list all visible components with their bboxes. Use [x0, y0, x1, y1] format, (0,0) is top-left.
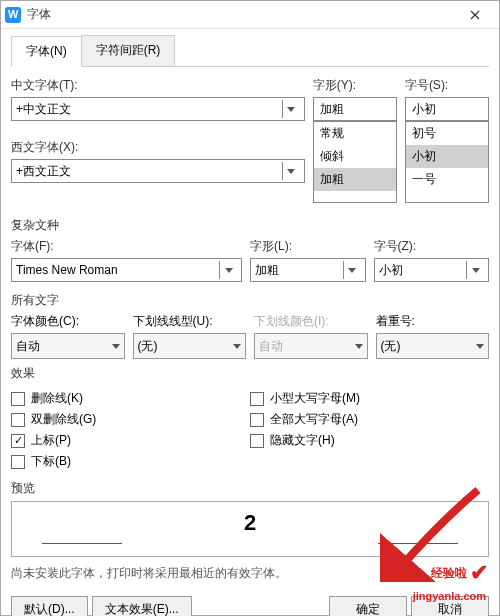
complex-font-value: Times New Roman — [16, 263, 118, 277]
font-color-label: 字体颜色(C): — [11, 313, 125, 330]
western-font-label: 西文字体(X): — [11, 139, 305, 156]
underline-select[interactable]: (无) — [133, 333, 247, 359]
size-listbox[interactable]: 初号 小初 一号 — [405, 121, 489, 203]
effects-heading: 效果 — [11, 365, 489, 382]
emphasis-label: 着重号: — [376, 313, 490, 330]
check-icon: ✔ — [470, 560, 488, 586]
size-input[interactable]: 小初 — [405, 97, 489, 121]
chevron-down-icon — [282, 100, 300, 118]
tab-bar: 字体(N) 字符间距(R) — [11, 35, 489, 67]
list-item[interactable]: 倾斜 — [314, 145, 396, 168]
complex-size-select[interactable]: 小初 — [374, 258, 490, 282]
preview-text: 2 — [244, 510, 256, 536]
list-item[interactable]: 常规 — [314, 122, 396, 145]
complex-font-select[interactable]: Times New Roman — [11, 258, 242, 282]
chinese-font-select[interactable]: +中文正文 — [11, 97, 305, 121]
style-input[interactable]: 加粗 — [313, 97, 397, 121]
double-strike-checkbox[interactable]: 双删除线(G) — [11, 411, 250, 428]
window-title: 字体 — [27, 6, 455, 23]
list-item[interactable]: 初号 — [406, 122, 488, 145]
list-item[interactable]: 一号 — [406, 168, 488, 191]
chevron-down-icon — [282, 162, 300, 180]
chevron-down-icon — [233, 344, 241, 349]
chevron-down-icon — [476, 344, 484, 349]
complex-style-select[interactable]: 加粗 — [250, 258, 366, 282]
list-item[interactable]: 加粗 — [314, 168, 396, 191]
chevron-down-icon — [355, 344, 363, 349]
text-effects-button[interactable]: 文本效果(E)... — [92, 596, 192, 616]
complex-heading: 复杂文种 — [11, 217, 489, 234]
tab-font[interactable]: 字体(N) — [11, 36, 82, 67]
close-button[interactable] — [455, 1, 495, 29]
chinese-font-label: 中文字体(T): — [11, 77, 305, 94]
complex-style-label: 字形(L): — [250, 238, 366, 255]
chevron-down-icon — [343, 261, 361, 279]
hidden-checkbox[interactable]: 隐藏文字(H) — [250, 432, 489, 449]
emphasis-select[interactable]: (无) — [376, 333, 490, 359]
subscript-checkbox[interactable]: 下标(B) — [11, 453, 250, 470]
style-label: 字形(Y): — [313, 77, 397, 94]
western-font-value: +西文正文 — [16, 163, 71, 180]
watermark-url: jingyanla.com — [413, 590, 486, 602]
app-icon — [5, 7, 21, 23]
smallcaps-checkbox[interactable]: 小型大写字母(M) — [250, 390, 489, 407]
underline-label: 下划线线型(U): — [133, 313, 247, 330]
chevron-down-icon — [466, 261, 484, 279]
tab-char-spacing[interactable]: 字符间距(R) — [81, 35, 176, 66]
chevron-down-icon — [112, 344, 120, 349]
complex-size-label: 字号(Z): — [374, 238, 490, 255]
ok-button[interactable]: 确定 — [329, 596, 407, 616]
allcaps-checkbox[interactable]: 全部大写字母(A) — [250, 411, 489, 428]
size-label: 字号(S): — [405, 77, 489, 94]
style-listbox[interactable]: 常规 倾斜 加粗 — [313, 121, 397, 203]
watermark-brand: 经验啦 ✔ — [431, 560, 488, 586]
strikethrough-checkbox[interactable]: 删除线(K) — [11, 390, 250, 407]
superscript-checkbox[interactable]: 上标(P) — [11, 432, 250, 449]
complex-font-label: 字体(F): — [11, 238, 242, 255]
font-color-select[interactable]: 自动 — [11, 333, 125, 359]
alltext-heading: 所有文字 — [11, 292, 489, 309]
underline-color-select: 自动 — [254, 333, 368, 359]
default-button[interactable]: 默认(D)... — [11, 596, 88, 616]
list-item[interactable]: 小初 — [406, 145, 488, 168]
chevron-down-icon — [219, 261, 237, 279]
preview-underline-left — [42, 543, 122, 544]
underline-color-label: 下划线颜色(I): — [254, 313, 368, 330]
western-font-select[interactable]: +西文正文 — [11, 159, 305, 183]
chinese-font-value: +中文正文 — [16, 101, 71, 118]
